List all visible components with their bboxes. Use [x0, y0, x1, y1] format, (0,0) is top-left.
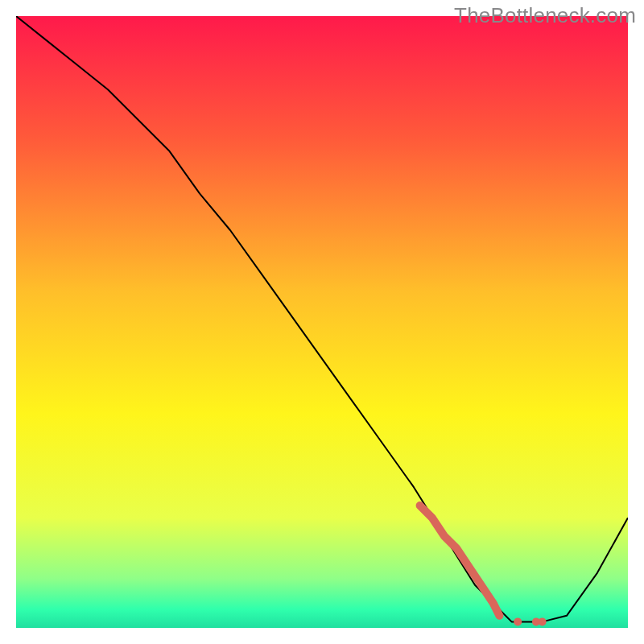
watermark-text: TheBottleneck.com: [454, 3, 636, 28]
gradient-background: [16, 16, 628, 628]
bottleneck-chart: [16, 16, 628, 628]
highlight-dot: [539, 617, 547, 625]
chart-container: TheBottleneck.com: [0, 0, 644, 644]
highlight-dot: [514, 617, 522, 625]
